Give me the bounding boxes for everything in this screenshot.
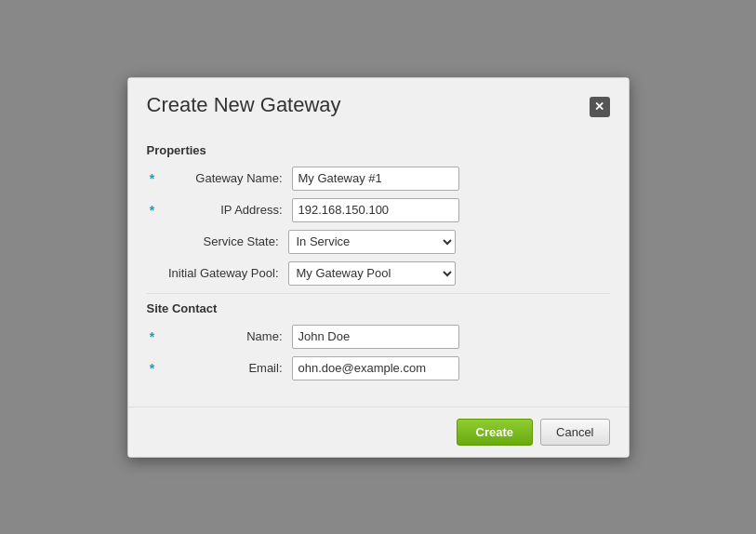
create-button[interactable]: Create: [457, 419, 533, 446]
site-contact-section-title: Site Contact: [147, 301, 610, 315]
cancel-button[interactable]: Cancel: [540, 419, 609, 446]
dialog-body: Properties * Gateway Name: * IP Address:…: [128, 127, 629, 407]
ip-address-required-star: *: [147, 203, 158, 218]
contact-email-input[interactable]: [292, 356, 459, 380]
contact-name-row: * Name:: [147, 325, 610, 349]
contact-name-input[interactable]: [292, 325, 459, 349]
create-gateway-dialog: Create New Gateway ✕ Properties * Gatewa…: [127, 77, 630, 458]
ip-address-row: * IP Address:: [147, 198, 610, 222]
gateway-name-required-star: *: [147, 171, 158, 186]
contact-name-required-star: *: [147, 329, 158, 344]
ip-address-input[interactable]: [292, 198, 459, 222]
gateway-name-label: Gateway Name:: [162, 171, 292, 185]
dialog-title: Create New Gateway: [147, 93, 341, 117]
dialog-header: Create New Gateway ✕: [128, 78, 629, 127]
properties-section-title: Properties: [147, 143, 610, 157]
service-state-label: Service State:: [158, 234, 288, 248]
gateway-pool-label: Initial Gateway Pool:: [158, 266, 288, 280]
service-state-row: Service State: In Service Out of Service: [147, 230, 610, 254]
ip-address-label: IP Address:: [162, 203, 292, 217]
gateway-name-row: * Gateway Name:: [147, 167, 610, 191]
section-divider: [147, 293, 610, 294]
gateway-pool-row: Initial Gateway Pool: My Gateway Pool: [147, 261, 610, 286]
contact-name-label: Name:: [162, 329, 292, 343]
gateway-name-input[interactable]: [292, 167, 459, 191]
service-state-select[interactable]: In Service Out of Service: [288, 230, 456, 254]
gateway-pool-select[interactable]: My Gateway Pool: [288, 261, 456, 286]
close-button[interactable]: ✕: [590, 97, 610, 117]
contact-email-row: * Email:: [147, 356, 610, 380]
contact-email-required-star: *: [147, 361, 158, 376]
dialog-footer: Create Cancel: [128, 407, 629, 457]
contact-email-label: Email:: [162, 361, 292, 375]
